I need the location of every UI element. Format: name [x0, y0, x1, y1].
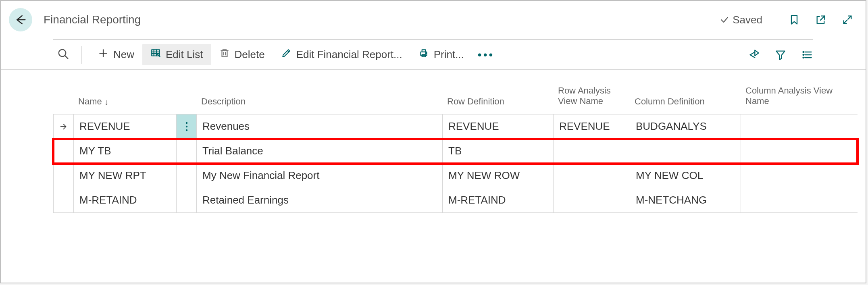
edit-report-button[interactable]: Edit Financial Report...: [273, 44, 410, 65]
col-colanalysis-header[interactable]: Column Analysis View Name: [741, 82, 853, 110]
toolbar-divider: [81, 46, 82, 64]
cell-name[interactable]: MY TB: [73, 139, 176, 163]
bookmark-icon: [789, 14, 800, 25]
cell-name[interactable]: MY NEW RPT: [73, 164, 176, 188]
table-row[interactable]: M-RETAINDRetained EarningsM-RETAINDM-NET…: [53, 188, 858, 213]
header-spacer-2: [176, 104, 196, 110]
cell-colanalysis[interactable]: [741, 164, 853, 188]
svg-point-9: [185, 122, 187, 124]
edit-list-label: Edit List: [166, 48, 203, 61]
cell-rowdef[interactable]: M-RETAIND: [442, 188, 553, 212]
new-button[interactable]: New: [90, 44, 142, 65]
arrow-left-icon: [15, 14, 27, 26]
search-button[interactable]: [53, 45, 73, 65]
filter-icon: [775, 49, 786, 60]
col-rowdef-header[interactable]: Row Definition: [442, 93, 553, 110]
pencil-icon: [281, 48, 291, 61]
cell-description-text: Retained Earnings: [202, 194, 289, 206]
cell-rowdef[interactable]: TB: [442, 139, 553, 163]
expand-icon: [842, 14, 853, 25]
cell-colanalysis[interactable]: [741, 114, 853, 139]
edit-report-label: Edit Financial Report...: [296, 48, 402, 61]
cell-description[interactable]: My New Financial Report: [196, 164, 442, 188]
table-row[interactable]: MY NEW RPTMy New Financial ReportMY NEW …: [53, 164, 858, 188]
row-actions-button[interactable]: [176, 188, 196, 212]
col-name-label: Name: [78, 96, 102, 107]
col-rowanalysis-label: Row Analysis View Name: [558, 85, 625, 107]
cell-rowanalysis[interactable]: [553, 188, 630, 212]
col-colanalysis-label: Column Analysis View Name: [745, 85, 849, 107]
saved-label: Saved: [733, 14, 762, 26]
svg-point-5: [425, 53, 426, 54]
plus-icon: [98, 48, 108, 61]
cell-colanalysis[interactable]: [741, 188, 853, 212]
row-indicator[interactable]: [53, 164, 73, 188]
col-rowdef-label: Row Definition: [447, 96, 504, 107]
row-actions-button[interactable]: [176, 114, 196, 139]
col-rowanalysis-header[interactable]: Row Analysis View Name: [553, 82, 630, 110]
row-indicator[interactable]: [53, 139, 73, 163]
cell-name-text: M-RETAIND: [79, 194, 137, 206]
popout-button[interactable]: [815, 14, 827, 26]
header-spacer-1: [53, 104, 73, 110]
cell-coldef[interactable]: [630, 139, 741, 163]
col-description-header[interactable]: Description: [196, 93, 442, 110]
cell-coldef[interactable]: M-NETCHANG: [630, 188, 741, 212]
table-row[interactable]: REVENUERevenuesREVENUEREVENUEBUDGANALYS: [53, 114, 858, 139]
grid-body: REVENUERevenuesREVENUEREVENUEBUDGANALYSM…: [53, 114, 858, 213]
svg-point-6: [803, 51, 804, 52]
cell-coldef[interactable]: BUDGANALYS: [630, 114, 741, 139]
search-icon: [57, 48, 69, 60]
cell-rowanalysis-text: REVENUE: [559, 120, 610, 133]
filter-button[interactable]: [774, 49, 787, 61]
cell-name[interactable]: REVENUE: [73, 114, 176, 139]
check-icon: [720, 15, 729, 25]
more-actions-button[interactable]: •••: [472, 45, 500, 64]
cell-rowanalysis[interactable]: [553, 139, 630, 163]
svg-point-7: [803, 54, 804, 55]
cell-rowanalysis[interactable]: REVENUE: [553, 114, 630, 139]
cell-rowdef[interactable]: MY NEW ROW: [442, 164, 553, 188]
cell-description[interactable]: Retained Earnings: [196, 188, 442, 212]
cell-colanalysis[interactable]: [741, 139, 853, 163]
cell-description-text: My New Financial Report: [202, 169, 319, 182]
cell-coldef-text: M-NETCHANG: [636, 194, 707, 206]
cell-coldef-text: MY NEW COL: [636, 169, 703, 182]
col-name-header[interactable]: Name ↓: [73, 93, 176, 110]
grid-header: Name ↓ Description Row Definition Row An…: [53, 82, 858, 114]
page-header: Financial Reporting Saved: [1, 1, 866, 39]
svg-point-10: [185, 126, 187, 127]
expand-button[interactable]: [841, 14, 853, 26]
toolbar: New Edit List: [1, 40, 866, 70]
sort-desc-icon: ↓: [104, 98, 108, 107]
data-grid: Name ↓ Description Row Definition Row An…: [53, 82, 858, 213]
cell-coldef[interactable]: MY NEW COL: [630, 164, 741, 188]
col-coldef-header[interactable]: Column Definition: [630, 93, 741, 110]
cell-rowdef-text: M-RETAIND: [448, 194, 506, 206]
list-view-button[interactable]: [801, 49, 813, 61]
cell-description[interactable]: Revenues: [196, 114, 442, 139]
toolbar-right: [748, 49, 813, 61]
row-indicator[interactable]: [53, 114, 73, 139]
cell-coldef-text: BUDGANALYS: [636, 120, 707, 133]
delete-button[interactable]: Delete: [211, 44, 273, 65]
row-indicator[interactable]: [53, 188, 73, 212]
cell-name-text: MY NEW RPT: [79, 169, 146, 182]
delete-label: Delete: [235, 48, 265, 61]
cell-rowdef[interactable]: REVENUE: [442, 114, 553, 139]
row-actions-button[interactable]: [176, 139, 196, 163]
cell-rowanalysis[interactable]: [553, 164, 630, 188]
back-button[interactable]: [9, 8, 32, 31]
table-row[interactable]: MY TBTrial BalanceTB: [53, 139, 858, 164]
trash-icon: [219, 48, 230, 61]
bookmark-button[interactable]: [788, 14, 800, 26]
edit-list-button[interactable]: Edit List: [142, 44, 211, 65]
share-button[interactable]: [748, 49, 760, 61]
cell-name[interactable]: M-RETAIND: [73, 188, 176, 212]
row-actions-button[interactable]: [176, 164, 196, 188]
header-actions: [788, 14, 853, 26]
saved-status: Saved: [720, 14, 762, 26]
print-button[interactable]: Print...: [410, 44, 472, 65]
page-title: Financial Reporting: [44, 13, 141, 26]
cell-description[interactable]: Trial Balance: [196, 139, 442, 163]
